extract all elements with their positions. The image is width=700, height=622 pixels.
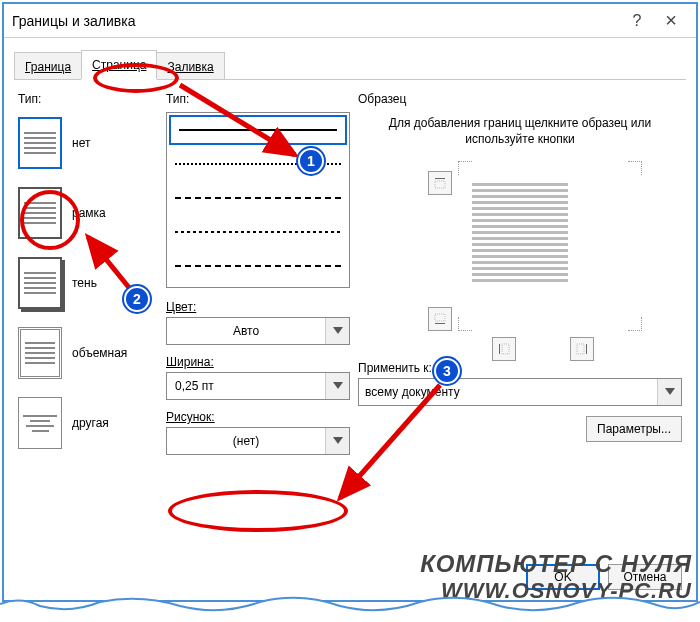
watermark-line1: КОМПЬЮТЕР С НУЛЯ bbox=[420, 550, 692, 578]
preview-hint: Для добавления границ щелкните образец и… bbox=[366, 116, 674, 147]
color-combo[interactable]: Авто bbox=[166, 317, 350, 345]
setting-custom-icon bbox=[18, 397, 62, 449]
apply-combo-arrow[interactable] bbox=[657, 379, 681, 405]
setting-custom-label: другая bbox=[72, 416, 109, 430]
annotation-badge-3: 3 bbox=[434, 358, 460, 384]
annotation-badge-2: 2 bbox=[124, 286, 150, 312]
help-button[interactable]: ? bbox=[620, 4, 654, 38]
setting-3d[interactable]: объемная bbox=[18, 322, 158, 384]
color-combo-arrow[interactable] bbox=[325, 318, 349, 344]
preview-corner-tr bbox=[628, 161, 642, 175]
setting-3d-label: объемная bbox=[72, 346, 127, 360]
preview-corner-tl bbox=[458, 161, 472, 175]
line-style-dashdot[interactable] bbox=[167, 249, 349, 283]
svg-rect-3 bbox=[435, 314, 445, 321]
border-bottom-button[interactable] bbox=[428, 307, 452, 331]
annotation-arrow-1 bbox=[130, 75, 310, 175]
width-label: Ширина: bbox=[166, 355, 350, 369]
border-top-button[interactable] bbox=[428, 171, 452, 195]
setting-box-icon bbox=[18, 187, 62, 239]
preview-document[interactable] bbox=[470, 181, 570, 311]
setting-3d-icon bbox=[18, 327, 62, 379]
setting-none-label: нет bbox=[72, 136, 90, 150]
line-style-dash-l[interactable] bbox=[167, 181, 349, 215]
line-style-dash-m[interactable] bbox=[167, 215, 349, 249]
color-label: Цвет: bbox=[166, 300, 350, 314]
tab-bar: Граница Страница Заливка bbox=[4, 38, 696, 80]
setting-custom[interactable]: другая bbox=[18, 392, 158, 454]
setting-none-icon bbox=[18, 117, 62, 169]
svg-rect-0 bbox=[435, 178, 445, 179]
preview-area bbox=[358, 161, 682, 331]
options-button[interactable]: Параметры... bbox=[586, 416, 682, 442]
svg-rect-1 bbox=[435, 181, 445, 188]
border-right-button[interactable] bbox=[570, 337, 594, 361]
preview-corner-bl bbox=[458, 317, 472, 331]
svg-rect-2 bbox=[435, 323, 445, 324]
annotation-arrow-3 bbox=[300, 380, 470, 520]
annotation-badge-1: 1 bbox=[298, 148, 324, 174]
color-value: Авто bbox=[167, 324, 325, 338]
preview-label: Образец bbox=[358, 92, 682, 106]
tab-border[interactable]: Граница bbox=[14, 52, 82, 80]
ragged-bottom-edge bbox=[0, 592, 700, 622]
svg-rect-4 bbox=[499, 344, 500, 354]
svg-rect-6 bbox=[586, 344, 587, 354]
setting-shadow-icon bbox=[18, 257, 62, 309]
preview-corner-br bbox=[628, 317, 642, 331]
window-title: Границы и заливка bbox=[12, 13, 620, 29]
apply-to-label: Применить к: bbox=[358, 361, 682, 375]
svg-rect-7 bbox=[577, 344, 584, 354]
svg-rect-5 bbox=[502, 344, 509, 354]
border-left-button[interactable] bbox=[492, 337, 516, 361]
close-button[interactable]: × bbox=[654, 4, 688, 38]
title-bar: Границы и заливка ? × bbox=[4, 4, 696, 38]
